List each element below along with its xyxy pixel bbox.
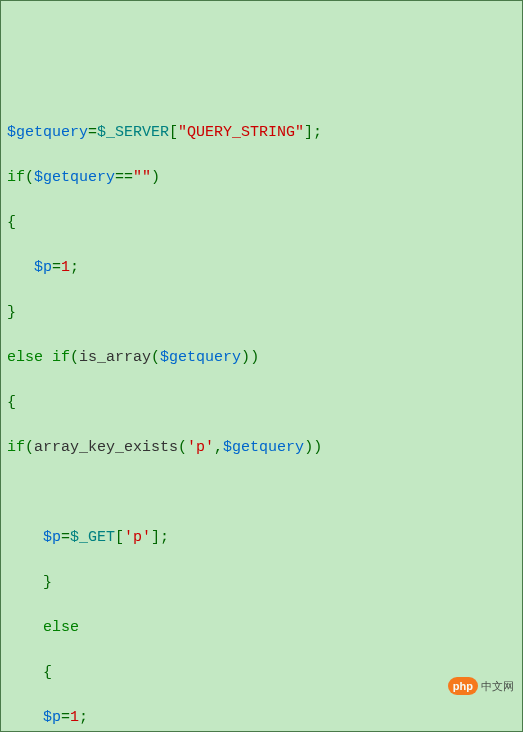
code-token: is_array — [79, 349, 151, 366]
code-token: ] — [304, 124, 313, 141]
code-line: { — [7, 392, 516, 415]
code-token: ( — [25, 439, 34, 456]
code-token: $_GET — [70, 529, 115, 546]
code-token: ; — [160, 529, 169, 546]
code-token: if — [7, 439, 25, 456]
code-token: if — [7, 169, 25, 186]
code-token: ) — [313, 439, 322, 456]
code-token: == — [115, 169, 133, 186]
code-line: else — [7, 617, 516, 640]
code-token: { — [7, 214, 16, 231]
code-token: [ — [115, 529, 124, 546]
code-token: } — [43, 574, 52, 591]
code-line: } — [7, 572, 516, 595]
code-token: $getquery — [34, 169, 115, 186]
code-token — [7, 259, 34, 276]
code-token: ] — [151, 529, 160, 546]
code-token: $getquery — [7, 124, 88, 141]
code-line: if($getquery=="") — [7, 167, 516, 190]
code-token — [7, 619, 43, 636]
code-token: $getquery — [223, 439, 304, 456]
code-token: [ — [169, 124, 178, 141]
code-token: 'p' — [187, 439, 214, 456]
code-line: $getquery=$_SERVER["QUERY_STRING"]; — [7, 122, 516, 145]
code-token: ; — [70, 259, 79, 276]
code-token: 1 — [70, 709, 79, 726]
code-token: $p — [43, 709, 61, 726]
code-token: $_SERVER — [97, 124, 169, 141]
code-block: $getquery=$_SERVER["QUERY_STRING"]; if($… — [7, 99, 516, 732]
code-token: = — [61, 709, 70, 726]
code-line: else if(is_array($getquery)) — [7, 347, 516, 370]
code-token: $getquery — [160, 349, 241, 366]
watermark-badge: php — [448, 677, 478, 696]
watermark-text: 中文网 — [481, 678, 514, 695]
code-token — [7, 529, 43, 546]
code-line: $p=$_GET['p']; — [7, 527, 516, 550]
code-token: $p — [34, 259, 52, 276]
code-line — [7, 482, 516, 505]
code-token: { — [43, 664, 52, 681]
code-token: ) — [304, 439, 313, 456]
code-token: array_key_exists — [34, 439, 178, 456]
code-token: , — [214, 439, 223, 456]
code-token: 'p' — [124, 529, 151, 546]
code-line: { — [7, 662, 516, 685]
code-token: if — [52, 349, 70, 366]
code-token: "QUERY_STRING" — [178, 124, 304, 141]
code-token — [7, 664, 43, 681]
code-token: ( — [151, 349, 160, 366]
code-token: ) — [250, 349, 259, 366]
code-token: = — [61, 529, 70, 546]
code-token: "" — [133, 169, 151, 186]
code-token — [43, 349, 52, 366]
code-token: = — [52, 259, 61, 276]
code-token: ; — [79, 709, 88, 726]
code-token: ( — [25, 169, 34, 186]
watermark: php 中文网 — [448, 677, 514, 696]
code-token: 1 — [61, 259, 70, 276]
code-line: { — [7, 212, 516, 235]
code-token: ( — [70, 349, 79, 366]
code-token: ) — [151, 169, 160, 186]
code-token: else — [43, 619, 79, 636]
code-token: else — [7, 349, 43, 366]
code-token: ) — [241, 349, 250, 366]
code-token: = — [88, 124, 97, 141]
code-line: if(array_key_exists('p',$getquery)) — [7, 437, 516, 460]
code-line: } — [7, 302, 516, 325]
code-token — [7, 574, 43, 591]
code-line: $p=1; — [7, 707, 516, 730]
code-token: $p — [43, 529, 61, 546]
code-token: } — [7, 304, 16, 321]
code-token: ( — [178, 439, 187, 456]
code-line: $p=1; — [7, 257, 516, 280]
code-token — [7, 709, 43, 726]
code-token: ; — [313, 124, 322, 141]
code-token: { — [7, 394, 16, 411]
